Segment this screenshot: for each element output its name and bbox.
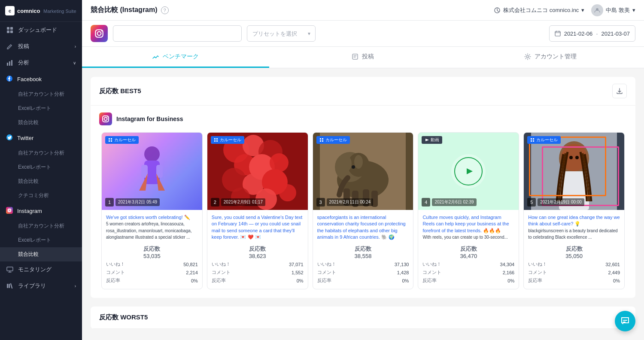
tab-benchmark[interactable]: ベンチマーク [82,47,269,68]
post-stats-3: 反応数38,558 いいね！37,130 コメント1,428 反応率0% [317,244,409,285]
user-chevron: ▾ [632,7,635,13]
dashboard-icon [6,26,14,34]
best5-section: 反応数 BEST5 Instagram for Business [91,77,635,298]
sidebar-section-facebook[interactable]: Facebook [0,71,82,87]
comments-row-1: コメント 2,214 [106,268,198,276]
reactions-row-1: 反応数 53,035 [106,244,198,260]
post-date-3: 2021年2月11日 00:24 [327,198,374,206]
worst5-section: 反応数 WORST5 [91,307,635,329]
svg-rect-13 [7,267,13,271]
svg-rect-51 [214,140,216,142]
post-info-4: Culture moves quickly, and Instagram Ree… [418,210,519,289]
svg-rect-1 [10,27,13,30]
post-image-1: カルーセル 1 2021年3月2日 05:49 [102,133,202,210]
post-info-1: We've got stickers worth celebrating! ✏️… [102,210,202,289]
header-right: 株式会社コムニコ comnico.inc ▾ 中島 敦美 ▾ [494,4,635,16]
post-stats-4: 反応数36,470 いいね！34,304 コメント2,166 反応率0% [422,244,514,285]
sidebar-item-analysis[interactable]: 分析 ∨ [0,55,82,71]
post-image-5: カルーセル 5 2021年2月19日 00:00 [524,133,624,210]
settings-icon [524,53,531,60]
sidebar-item-label: 分析 [18,59,29,67]
svg-rect-77 [533,140,534,142]
sidebar-item-fb-excel[interactable]: Excelレポート [0,101,82,115]
post-tag-5: カルーセル [527,136,561,144]
post-info-2: Sure, you could send a Valentine's Day t… [207,210,308,289]
account-search-input[interactable] [113,25,242,42]
chat-button[interactable] [615,311,635,331]
svg-rect-3 [10,30,13,33]
preset-select[interactable]: プリセットを選択 [247,25,316,42]
sidebar-item-library[interactable]: ライブラリ › [0,278,82,294]
sidebar-item-fb-account[interactable]: 自社アカウント分析 [0,87,82,101]
account-name: Instagram for Business [116,115,183,122]
svg-rect-78 [623,320,627,321]
sidebar-item-tw-kuchikomi[interactable]: クチコミ分析 [0,188,82,203]
logo-letter: c [9,8,11,13]
sidebar-item-tw-compare[interactable]: 競合比較 [0,174,82,188]
tab-account[interactable]: アカウント管理 [457,47,644,68]
svg-rect-21 [555,31,560,36]
post-icon [352,53,358,60]
sidebar-logo: c comnico Marketing Suite [0,0,82,22]
sidebar-section-instagram[interactable]: Instagram [0,203,82,219]
post-text-2: Sure, you could send a Valentine's Day t… [212,214,304,240]
chevron-right-icon: › [75,44,76,49]
svg-point-26 [107,117,108,118]
post-image-3: カルーセル 3 2021年2月11日 00:24 [313,133,413,210]
sidebar-item-tw-account[interactable]: 自社アカウント分析 [0,146,82,160]
sidebar-item-ig-account[interactable]: 自社アカウント分析 [0,219,82,233]
post-stats-2: 反応数38,623 いいね！37,071 コメント1,552 反応率0% [212,244,304,285]
svg-point-20 [101,30,103,32]
help-icon[interactable]: ? [161,6,169,14]
post-text-5: How can one great idea change the way we… [528,214,620,240]
best5-title: 反応数 BEST5 [99,87,141,95]
sidebar-item-ig-excel[interactable]: Excelレポート [0,233,82,247]
company-selector[interactable]: 株式会社コムニコ comnico.inc ▾ [494,6,584,14]
svg-rect-34 [111,138,112,140]
brand-name: comnico [17,8,40,14]
sidebar-item-tw-excel[interactable]: Excelレポート [0,160,82,174]
user-selector[interactable]: 中島 敦美 ▾ [591,4,635,16]
sidebar-item-label: ライブラリ [18,282,46,290]
post-card-4: 動画 4 2021年2月6日 02:39 Culture moves quick… [418,132,519,289]
chevron-right-icon: › [75,284,76,288]
date-range-picker[interactable]: 2021-02-06 - 2021-03-07 [549,25,635,42]
worst5-section-header: 反応数 WORST5 [91,307,635,329]
sidebar-section-twitter[interactable]: Twitter [0,130,82,146]
rate-row-1: 反応率 0% [106,276,198,285]
sidebar-item-dashboard[interactable]: ダッシュボード [0,22,82,38]
svg-rect-49 [214,138,216,140]
post-image-2: カルーセル 2 2021年2月9日 01:17 [207,133,308,210]
sidebar-item-ig-compare[interactable]: 競合比較 [0,247,82,261]
chart-icon [6,59,14,67]
facebook-icon [6,75,14,83]
svg-rect-66 [320,140,321,142]
page-title: 競合比較 (Instagram) [91,6,158,15]
post-date-4: 2021年2月6日 02:39 [432,198,476,206]
svg-point-72 [569,156,573,159]
tab-benchmark-label: ベンチマーク [163,53,199,61]
svg-rect-4 [7,63,8,66]
sidebar-item-monitoring[interactable]: モニタリング [0,261,82,278]
user-name: 中島 敦美 [606,6,630,14]
download-button[interactable] [612,84,627,98]
toolbar: プリセットを選択 2021-02-06 - 2021-03-07 [82,21,644,47]
company-name: 株式会社コムニコ comnico.inc [503,6,579,14]
sidebar-item-post[interactable]: 投稿 › [0,38,82,55]
svg-rect-64 [320,138,321,140]
svg-rect-75 [533,138,534,140]
post-stats-5: 反応数35,050 いいね！32,601 コメント2,449 反応率0% [528,244,620,285]
sidebar-section-label: Facebook [17,76,42,82]
svg-rect-74 [531,138,532,140]
svg-rect-65 [322,138,323,140]
date-end: 2021-03-07 [601,30,630,37]
sidebar-item-label: モニタリング [18,266,52,273]
svg-point-73 [575,156,579,159]
sidebar-item-fb-compare[interactable]: 競合比較 [0,115,82,130]
svg-rect-36 [111,140,112,142]
tab-post[interactable]: 投稿 [269,47,456,68]
top-header: 競合比較 (Instagram) ? 株式会社コムニコ comnico.inc … [82,0,644,21]
tabs: ベンチマーク 投稿 アカウント管理 [82,47,644,68]
date-start: 2021-02-06 [564,30,593,37]
user-avatar [591,4,603,16]
